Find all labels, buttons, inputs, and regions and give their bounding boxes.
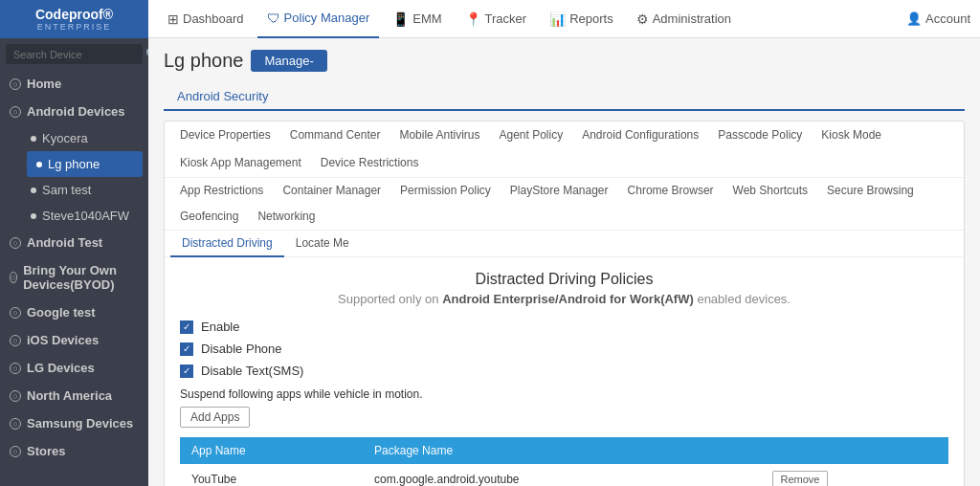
page-title: Lg phone	[164, 50, 243, 72]
lgphone-dot-icon	[36, 162, 42, 167]
tab-distracted-driving[interactable]: Distracted Driving	[170, 231, 284, 257]
sidebar-item-android-devices[interactable]: ○ Android Devices	[0, 98, 148, 125]
tab-playstore-manager[interactable]: PlayStore Manager	[501, 178, 618, 205]
sidebar-item-home[interactable]: ○ Home	[0, 70, 148, 98]
add-apps-button[interactable]: Add Apps	[180, 407, 250, 428]
sidebar-item-kyocera[interactable]: Kyocera	[21, 125, 148, 151]
brand-name: Codeproof®	[35, 7, 113, 22]
reports-icon: 📊	[549, 11, 566, 27]
main-layout: 🔍 ○ Home ○ Android Devices Kyocera Lg ph…	[0, 38, 980, 486]
tab-device-restrictions[interactable]: Device Restrictions	[311, 149, 429, 178]
col-package-name: Package Name	[363, 437, 760, 464]
nav-emm[interactable]: 📱 EMM	[383, 0, 451, 38]
table-row: YouTube com.google.android.youtube Remov…	[180, 464, 948, 486]
sidebar-item-lg-devices[interactable]: ○ LG Devices	[0, 354, 148, 382]
tab-device-properties[interactable]: Device Properties	[170, 122, 280, 150]
policy-content: Distracted Driving Policies Supported on…	[165, 257, 964, 486]
suspend-label: Suspend following apps while vehicle in …	[180, 387, 948, 401]
nav-dashboard[interactable]: ⊞ Dashboard	[158, 0, 254, 38]
nav-policy-label: Policy Manager	[284, 11, 370, 25]
action-cell: Remove	[761, 464, 948, 486]
sidebar-item-samsung[interactable]: ○ Samsung Devices	[0, 409, 148, 437]
checkbox-disable-phone-row: Disable Phone	[180, 342, 948, 356]
tab-container-manager[interactable]: Container Manager	[273, 178, 390, 205]
sidebar-item-ios-devices[interactable]: ○ iOS Devices	[0, 326, 148, 354]
package-name-cell: com.google.android.youtube	[363, 464, 760, 486]
tab-kiosk-mode[interactable]: Kiosk Mode	[812, 122, 891, 150]
sidebar-item-stores[interactable]: ○ Stores	[0, 437, 148, 465]
tab-geofencing[interactable]: Geofencing	[170, 204, 248, 231]
lg-label: LG Devices	[27, 361, 95, 375]
search-input[interactable]	[13, 49, 145, 60]
checkbox-enable-row: Enable	[180, 320, 948, 334]
samtest-label: Sam test	[42, 183, 91, 197]
tab-locate-me[interactable]: Locate Me	[284, 231, 361, 257]
kyocera-label: Kyocera	[42, 131, 88, 145]
tab-permission-policy[interactable]: Permission Policy	[390, 178, 501, 205]
disable-phone-label: Disable Phone	[201, 342, 282, 356]
sidebar-item-north-america[interactable]: ○ North America	[0, 382, 148, 409]
account-icon: 👤	[906, 11, 922, 26]
tab-networking[interactable]: Networking	[248, 204, 324, 231]
app-table: App Name Package Name YouTube com.google…	[180, 437, 948, 486]
brand-logo: Codeproof® ENTERPRISE	[0, 0, 148, 38]
tab-passcode-policy[interactable]: Passcode Policy	[708, 122, 812, 150]
nav-emm-label: EMM	[412, 11, 441, 26]
inner-tabs: Distracted Driving Locate Me	[165, 231, 964, 257]
admin-icon: ⚙	[636, 11, 649, 27]
tab-android-security[interactable]: Android Security	[164, 83, 281, 111]
sidebar-item-google-test[interactable]: ○ Google test	[0, 298, 148, 326]
sidebar-item-sam-test[interactable]: Sam test	[21, 177, 148, 203]
tabs-row1: Device Properties Command Center Mobile …	[165, 122, 964, 178]
tab-secure-browsing[interactable]: Secure Browsing	[817, 178, 924, 205]
nav-policy-manager[interactable]: 🛡 Policy Manager	[257, 0, 380, 38]
account-menu[interactable]: 👤 Account	[906, 11, 970, 26]
steve-dot-icon	[31, 213, 36, 219]
checkbox-disable-sms-row: Disable Text(SMS)	[180, 364, 948, 378]
nav-items: ⊞ Dashboard 🛡 Policy Manager 📱 EMM 📍 Tra…	[158, 0, 906, 38]
tab-agent-policy[interactable]: Agent Policy	[489, 122, 572, 150]
sidebar-android-devices-label: Android Devices	[27, 104, 125, 119]
enable-checkbox[interactable]	[180, 320, 193, 334]
enable-label: Enable	[201, 320, 239, 334]
sidebar-search-container: 🔍	[6, 44, 143, 64]
disable-phone-checkbox[interactable]	[180, 342, 193, 356]
nav-tracker[interactable]: 📍 Tracker	[456, 0, 537, 38]
policy-card: Device Properties Command Center Mobile …	[164, 121, 965, 486]
android-devices-expand-icon: ○	[10, 106, 21, 118]
tab-app-restrictions[interactable]: App Restrictions	[170, 178, 273, 205]
manage-button[interactable]: Manage-	[251, 50, 326, 72]
policy-icon: 🛡	[267, 11, 280, 26]
app-name-cell: YouTube	[180, 464, 363, 486]
sidebar-item-steve[interactable]: Steve1040AFW	[21, 203, 148, 229]
tab-kiosk-app-management[interactable]: Kiosk App Management	[170, 149, 311, 178]
android-devices-children: Kyocera Lg phone Sam test Steve1040AFW	[0, 125, 148, 229]
tab-web-shortcuts[interactable]: Web Shortcuts	[724, 178, 817, 205]
stores-expand-icon: ○	[10, 446, 21, 457]
sidebar-item-lg-phone[interactable]: Lg phone	[27, 151, 143, 177]
account-label: Account	[925, 11, 970, 26]
sidebar-item-byod[interactable]: ○ Bring Your Own Devices(BYOD)	[0, 256, 148, 298]
home-expand-icon: ○	[10, 78, 21, 90]
tab-chrome-browser[interactable]: Chrome Browser	[618, 178, 724, 205]
na-label: North America	[27, 388, 112, 403]
nav-reports[interactable]: 📊 Reports	[540, 0, 623, 38]
google-test-expand-icon: ○	[10, 307, 21, 319]
remove-button[interactable]: Remove	[772, 471, 829, 486]
emm-icon: 📱	[392, 11, 409, 27]
lgphone-label: Lg phone	[48, 157, 100, 171]
disable-sms-checkbox[interactable]	[180, 364, 193, 378]
sidebar-home-label: Home	[27, 77, 61, 91]
android-test-label: Android Test	[27, 235, 102, 250]
tab-android-configurations[interactable]: Android Configurations	[572, 122, 708, 150]
nav-administration[interactable]: ⚙ Administration	[627, 0, 741, 38]
tab-mobile-antivirus[interactable]: Mobile Antivirus	[390, 122, 489, 150]
lg-expand-icon: ○	[10, 363, 21, 374]
ios-label: iOS Devices	[27, 333, 99, 347]
kyocera-dot-icon	[31, 136, 36, 142]
top-navigation: Codeproof® ENTERPRISE ⊞ Dashboard 🛡 Poli…	[0, 0, 980, 38]
sidebar-item-android-test[interactable]: ○ Android Test	[0, 229, 148, 256]
nav-reports-label: Reports	[569, 11, 613, 26]
ios-expand-icon: ○	[10, 335, 21, 346]
tab-command-center[interactable]: Command Center	[280, 122, 390, 150]
